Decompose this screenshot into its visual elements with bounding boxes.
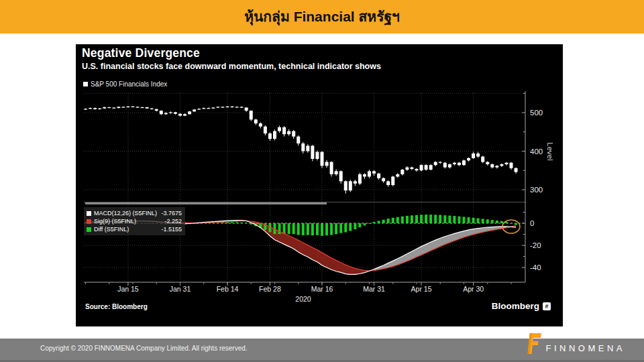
slide-header: หุ้นกลุ่ม Financial สหรัฐฯ	[0, 0, 644, 34]
bloomberg-wordmark: Bloomberg	[492, 301, 539, 311]
macd-legend-row: MACD(12,26) (S5FINL) -3.7675	[87, 209, 182, 217]
legend-swatch-icon	[83, 82, 88, 86]
svg-text:Feb 28: Feb 28	[259, 285, 281, 293]
svg-text:400: 400	[530, 147, 543, 156]
svg-text:Jan 31: Jan 31	[170, 285, 191, 293]
slide: หุ้นกลุ่ม Financial สหรัฐฯ 5004003000-20…	[0, 0, 644, 362]
diff-value: -1.5155	[161, 225, 182, 233]
diff-label: Diff (S5FINL)	[94, 225, 158, 233]
chart-subtitle: U.S. financial stocks face downward mome…	[82, 62, 381, 71]
slide-footer: Copyright © 2020 FINNOMENA Company Limit…	[0, 339, 644, 362]
finnomena-wordmark: FINNOMENA	[546, 343, 626, 353]
finnomena-logo: FINNOMENA	[527, 332, 626, 355]
slide-title: หุ้นกลุ่ม Financial สหรัฐฯ	[0, 0, 644, 34]
svg-text:Apr 30: Apr 30	[463, 285, 484, 293]
source-label: Source: Bloomberg	[85, 303, 148, 310]
signal-label: Sig(9) (S5FINL)	[94, 217, 162, 225]
svg-text:Feb 14: Feb 14	[217, 285, 239, 293]
price-legend-label: S&P 500 Financials Index	[91, 80, 167, 88]
axes	[84, 91, 525, 286]
svg-text:300: 300	[530, 186, 543, 194]
candlestick-series	[84, 106, 518, 194]
svg-text:-40: -40	[530, 263, 541, 272]
axis-labels: 5004003000-20-40LevelJan 15Jan 31Feb 14F…	[117, 109, 554, 303]
diff-swatch-icon	[87, 227, 91, 232]
svg-text:Level: Level	[546, 142, 554, 161]
signal-legend-row: Sig(9) (S5FINL) -2.252	[87, 217, 182, 225]
chart-title: Negative Divergence	[82, 46, 200, 60]
macd-legend: MACD(12,26) (S5FINL) -3.7675 Sig(9) (S5F…	[84, 207, 185, 235]
bloomberg-terminal-icon: #	[543, 302, 551, 310]
diff-legend-row: Diff (S5FINL) -1.5155	[87, 225, 182, 233]
copyright-text: Copyright © 2020 FINNOMENA Company Limit…	[40, 345, 248, 352]
svg-text:Apr 15: Apr 15	[411, 285, 432, 293]
svg-text:Jan 15: Jan 15	[117, 285, 139, 293]
macd-swatch-icon	[87, 211, 91, 216]
svg-text:500: 500	[530, 109, 543, 117]
panel-divider	[84, 202, 525, 205]
signal-swatch-icon	[87, 219, 91, 224]
finnomena-flag-icon	[527, 332, 541, 355]
svg-text:2020: 2020	[295, 295, 311, 303]
svg-text:Mar 16: Mar 16	[311, 285, 333, 293]
macd-label: MACD(12,26) (S5FINL)	[94, 209, 158, 217]
bloomberg-brand: Bloomberg #	[492, 301, 551, 311]
macd-value: -3.7675	[161, 209, 182, 217]
svg-text:Mar 31: Mar 31	[363, 285, 385, 293]
price-legend: S&P 500 Financials Index	[83, 80, 167, 88]
signal-value: -2.252	[164, 217, 182, 225]
svg-text:-20: -20	[530, 241, 541, 249]
svg-text:0: 0	[530, 219, 534, 227]
bloomberg-chart: 5004003000-20-40LevelJan 15Jan 31Feb 14F…	[76, 44, 563, 326]
